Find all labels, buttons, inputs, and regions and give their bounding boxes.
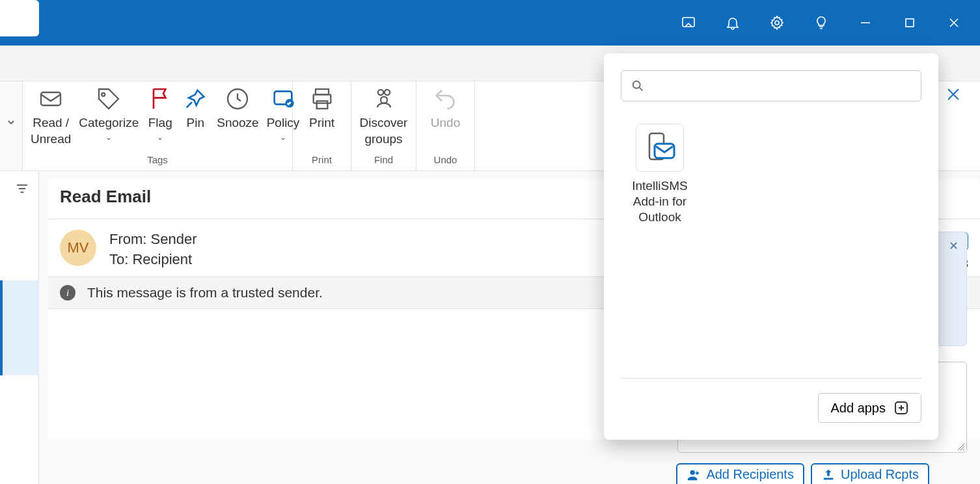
svg-rect-6 xyxy=(41,92,61,105)
panel-card-close-icon[interactable]: ✕ xyxy=(949,239,959,253)
tag-icon xyxy=(95,85,122,113)
clock-icon xyxy=(224,85,251,113)
selected-message-bar xyxy=(0,280,3,375)
plus-square-icon xyxy=(893,400,909,416)
svg-rect-0 xyxy=(683,18,694,27)
svg-rect-3 xyxy=(906,19,914,27)
lightbulb-icon[interactable] xyxy=(813,15,829,31)
approvals-icon[interactable] xyxy=(681,15,696,31)
pin-label: Pin xyxy=(186,115,204,131)
add-recipients-label: Add Recipients xyxy=(706,467,794,482)
chevron-down-icon: ⌄ xyxy=(157,133,163,143)
print-icon xyxy=(308,85,336,113)
add-apps-button[interactable]: Add apps xyxy=(818,393,921,423)
flag-label: Flag xyxy=(148,115,172,131)
undo-label: Undo xyxy=(431,115,460,131)
ribbon-group-tags: Tags xyxy=(23,154,292,167)
add-apps-label: Add apps xyxy=(830,401,886,416)
minimize-icon[interactable] xyxy=(858,15,873,31)
gear-icon[interactable] xyxy=(769,15,785,31)
svg-point-17 xyxy=(381,97,387,103)
apps-popup-divider xyxy=(621,378,921,379)
message-list-stub xyxy=(0,171,39,484)
pin-icon xyxy=(182,85,209,113)
close-icon[interactable] xyxy=(946,15,962,31)
svg-rect-14 xyxy=(316,101,327,109)
filter-icon[interactable] xyxy=(15,182,29,196)
svg-point-1 xyxy=(775,21,779,25)
chevron-down-icon: ⌄ xyxy=(105,133,112,143)
flag-icon xyxy=(146,85,174,113)
side-panel-close-icon[interactable] xyxy=(946,87,960,101)
selected-message-highlight xyxy=(0,280,39,375)
svg-rect-37 xyxy=(655,144,674,158)
intellisms-icon xyxy=(636,124,684,172)
svg-point-15 xyxy=(377,90,383,95)
categorize-button[interactable]: Categorize ⌄ xyxy=(75,84,143,154)
search-icon xyxy=(631,79,645,93)
app-item-label: IntelliSMS Add-in for Outlook xyxy=(621,178,699,224)
print-label: Print xyxy=(309,115,334,131)
info-icon: i xyxy=(60,285,75,301)
maximize-icon[interactable] xyxy=(902,15,918,31)
ribbon-group-print: Print xyxy=(293,154,351,167)
people-icon xyxy=(370,85,398,113)
ribbon-group-find: Find xyxy=(351,154,416,167)
chevron-down-icon: ⌄ xyxy=(280,133,286,143)
svg-point-7 xyxy=(102,93,105,96)
pin-button[interactable]: Pin xyxy=(178,84,213,154)
add-recipients-button[interactable]: Add Recipients xyxy=(676,463,804,484)
resize-handle-icon[interactable] xyxy=(957,442,964,450)
avatar: MV xyxy=(60,230,96,266)
bell-icon[interactable] xyxy=(725,15,741,31)
upload-rcpts-label: Upload Rcpts xyxy=(841,467,919,482)
ribbon-left-stub[interactable] xyxy=(0,81,23,170)
svg-point-16 xyxy=(384,90,389,95)
svg-line-8 xyxy=(187,102,192,107)
print-button[interactable]: Print xyxy=(305,84,340,154)
read-unread-label: Read / Unread xyxy=(31,115,71,147)
svg-rect-12 xyxy=(316,89,329,94)
snooze-button[interactable]: Snooze xyxy=(213,84,262,154)
title-search-pill xyxy=(0,0,39,36)
svg-line-30 xyxy=(963,449,964,450)
svg-point-34 xyxy=(633,81,640,88)
app-item-intellisms[interactable]: IntelliSMS Add-in for Outlook xyxy=(621,124,699,224)
undo-icon xyxy=(431,85,459,113)
envelope-icon xyxy=(37,85,64,113)
undo-button[interactable]: Undo xyxy=(427,84,464,154)
apps-search[interactable] xyxy=(621,70,921,101)
apps-search-input[interactable] xyxy=(650,79,912,93)
svg-line-35 xyxy=(640,88,643,91)
discover-label: Discover groups xyxy=(360,115,408,147)
read-unread-button[interactable]: Read / Unread xyxy=(27,84,75,154)
trusted-sender-text: This message is from a trusted sender. xyxy=(87,285,323,301)
upload-rcpts-button[interactable]: Upload Rcpts xyxy=(811,463,929,484)
ribbon-group-undo: Undo xyxy=(416,154,474,167)
flag-button[interactable]: Flag ⌄ xyxy=(143,84,178,154)
svg-point-31 xyxy=(690,470,695,474)
categorize-label: Categorize xyxy=(79,115,139,131)
apps-popup: IntelliSMS Add-in for Outlook Add apps xyxy=(604,53,938,440)
discover-groups-button[interactable]: Discover groups xyxy=(356,84,412,154)
snooze-label: Snooze xyxy=(217,115,258,131)
